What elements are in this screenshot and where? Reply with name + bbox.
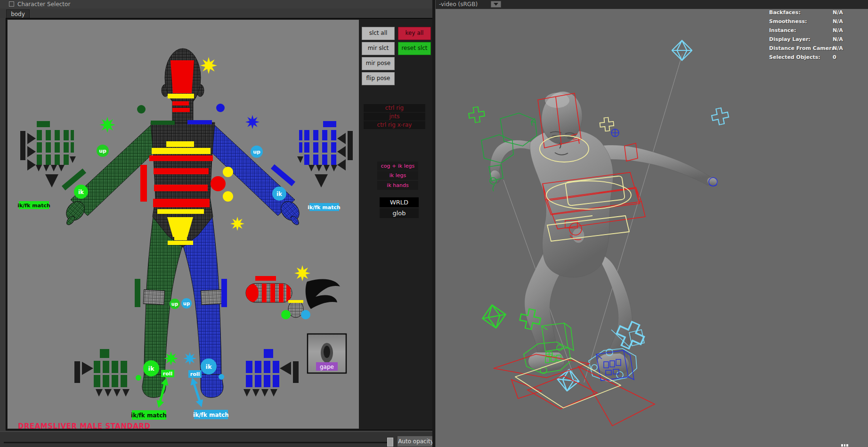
mir-pose-button[interactable]: mir pose — [362, 57, 395, 70]
titlebar: Character Selector — [0, 0, 432, 8]
wrld-button[interactable]: WRLD — [380, 197, 419, 207]
svg-text:ik/fk match: ik/fk match — [17, 203, 50, 209]
viewport-topbar: -video (sRGB) — [436, 0, 868, 9]
tab-body[interactable]: body — [6, 9, 30, 18]
right-knee-up-button[interactable]: up — [181, 298, 192, 309]
right-arm-ikfk-match-button[interactable]: ik/fk match — [308, 203, 341, 211]
ctrl-rig-button[interactable]: ctrl rig — [364, 104, 425, 112]
hud-row: Selected Objects: 0 — [769, 54, 863, 63]
mir-slct-button[interactable]: mir slct — [362, 42, 395, 55]
svg-text:up: up — [253, 149, 260, 155]
colorspace-dropdown-button[interactable] — [491, 1, 501, 8]
left-foot-ik-button[interactable]: ik — [143, 360, 159, 376]
picker-canvas[interactable]: up up ik ik up up — [8, 20, 359, 429]
hud-row: Distance From Camera: N/A — [769, 45, 863, 54]
jnts-button[interactable]: jnts — [364, 113, 425, 121]
svg-text:roll: roll — [190, 371, 200, 377]
left-arm-ikfk-match-button[interactable]: ik/fk match — [17, 201, 50, 209]
hud-row: Instance: N/A — [769, 27, 863, 36]
character-selector-checkbox[interactable] — [9, 1, 14, 7]
reset-slct-button[interactable]: reset slct — [398, 42, 431, 55]
right-arm-up-button[interactable]: up — [251, 146, 263, 158]
tab-bar — [0, 8, 432, 18]
right-foot-ik-button[interactable]: ik — [201, 358, 217, 374]
left-foot-roll-button[interactable]: roll — [161, 370, 174, 377]
panel-divider[interactable] — [432, 0, 436, 447]
chevron-down-icon — [494, 3, 498, 6]
ik-legs-button[interactable]: ik legs — [377, 171, 418, 180]
svg-text:up: up — [99, 148, 106, 154]
svg-text:ik: ik — [276, 191, 283, 197]
hud-row: Smoothness: N/A — [769, 18, 863, 27]
left-arm-up-button[interactable]: up — [97, 145, 109, 157]
slct-all-button[interactable]: slct all — [362, 27, 395, 40]
svg-text:up: up — [171, 301, 178, 307]
ik-hands-button[interactable]: ik hands — [377, 181, 418, 190]
left-knee-up-button[interactable]: up — [170, 299, 180, 309]
gape-label: gape — [320, 364, 334, 370]
gape-control[interactable]: gape — [308, 334, 346, 373]
svg-text:ik/fk match: ik/fk match — [131, 412, 167, 419]
picker-footer-bar: Auto opacity — [0, 431, 432, 447]
clipped-hud-text — [841, 444, 848, 447]
svg-text:ik/fk match: ik/fk match — [193, 412, 229, 418]
svg-text:ik: ik — [205, 363, 211, 370]
hud-row: Display Layer: N/A — [769, 36, 863, 45]
cog-ik-legs-button[interactable]: cog + ik legs — [377, 162, 418, 171]
svg-text:up: up — [183, 301, 190, 306]
character-selector-label: Character Selector — [17, 1, 70, 8]
flip-pose-button[interactable]: flip pose — [362, 72, 395, 85]
viewport-hud: Backfaces: N/A Smoothness: N/A Instance:… — [769, 9, 863, 63]
viewport-canvas[interactable] — [436, 9, 868, 447]
auto-opacity-button[interactable]: Auto opacity — [397, 436, 434, 447]
star-control — [294, 265, 310, 281]
right-foot-roll-button[interactable]: roll — [188, 370, 202, 378]
application-window: Character Selector body — [0, 0, 868, 447]
svg-text:ik: ik — [78, 189, 84, 195]
opacity-slider-track[interactable] — [4, 442, 389, 443]
rig-watermark: DREAMSLIVER MALE STANDARD — [18, 422, 151, 429]
glob-button[interactable]: glob — [380, 208, 419, 218]
right-foot-ikfk-match-button[interactable]: ik/fk match — [193, 410, 229, 419]
viewport-3d[interactable] — [436, 9, 868, 447]
ctrl-rig-xray-button[interactable]: ctrl rig x-ray — [364, 121, 425, 129]
key-all-button[interactable]: key all — [398, 27, 431, 40]
svg-text:ik: ik — [148, 365, 154, 372]
svg-text:ik/fk match: ik/fk match — [308, 204, 341, 211]
opacity-slider-handle[interactable] — [387, 438, 393, 447]
colorspace-dropdown[interactable]: -video (sRGB) — [439, 1, 478, 8]
right-arm-ik-button[interactable]: ik — [272, 187, 286, 201]
svg-text:roll: roll — [163, 371, 173, 377]
left-foot-ikfk-match-button[interactable]: ik/fk match — [131, 410, 167, 420]
left-arm-ik-button[interactable]: ik — [74, 185, 88, 199]
hud-row: Backfaces: N/A — [769, 9, 863, 18]
